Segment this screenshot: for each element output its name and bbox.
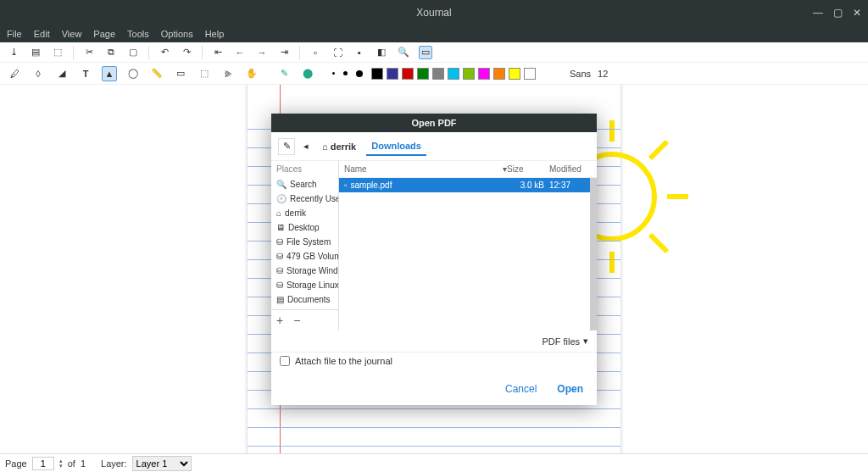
file-filter-combo[interactable]: PDF files▾ (542, 336, 588, 347)
place-479-gb-volume[interactable]: ⛁479 GB Volume (271, 249, 338, 264)
disk-icon: ⛁ (276, 266, 283, 275)
file-list-header: Name▾ Size Modified (339, 161, 597, 178)
place-label: 479 GB Volume (287, 252, 338, 261)
place-search[interactable]: 🔍Search (271, 177, 338, 192)
remove-bookmark-button[interactable]: − (293, 314, 300, 327)
open-button[interactable]: Open (557, 383, 583, 395)
path-back-button[interactable]: ◂ (300, 141, 312, 152)
file-row[interactable]: ▫sample.pdf3.0 kB12:37 (339, 178, 597, 192)
file-icon: ▫ (344, 180, 348, 190)
col-size[interactable]: Size (507, 164, 549, 174)
file-size: 3.0 kB (507, 180, 549, 190)
place-derrik[interactable]: ⌂derrik (271, 206, 338, 220)
scrollbar[interactable] (590, 178, 597, 330)
disk-icon: ⛁ (276, 252, 283, 261)
search-icon: 🔍 (276, 180, 287, 189)
col-modified[interactable]: Modified (549, 164, 592, 174)
home-icon: ⌂ (322, 142, 328, 152)
place-label: derrik (285, 208, 306, 218)
place-label: Storage Windows (287, 266, 338, 275)
file-list: Name▾ Size Modified ▫sample.pdf3.0 kB12:… (339, 161, 597, 330)
open-file-dialog: Open PDF ✎ ◂ ⌂derrik Downloads Places 🔍S… (271, 114, 597, 405)
place-label: Documents (287, 295, 331, 304)
breadcrumb-current[interactable]: Downloads (366, 137, 426, 156)
cancel-button[interactable]: Cancel (505, 383, 537, 395)
place-file-system[interactable]: ⛁File System (271, 235, 338, 249)
place-recently-used[interactable]: 🕘Recently Used (271, 192, 338, 206)
add-bookmark-button[interactable]: + (276, 314, 283, 327)
places-header: Places (271, 161, 338, 177)
path-bar: ✎ ◂ ⌂derrik Downloads (271, 132, 597, 161)
chevron-down-icon: ▾ (583, 336, 588, 347)
disk-icon: ⛁ (276, 237, 283, 247)
desktop-icon: 🖥 (276, 223, 285, 232)
place-label: Recently Used (290, 194, 338, 203)
place-label: Search (290, 180, 317, 189)
disk-icon: ⛁ (276, 280, 283, 290)
attach-file-checkbox[interactable] (280, 356, 290, 366)
dialog-title: Open PDF (271, 114, 597, 132)
place-storage-linux[interactable]: ⛁Storage Linux (271, 278, 338, 292)
place-label: Desktop (288, 223, 320, 232)
attach-file-label: Attach file to the journal (295, 356, 392, 366)
clock-icon: 🕘 (276, 194, 287, 203)
col-name[interactable]: Name (344, 164, 367, 174)
place-documents[interactable]: ▤Documents (271, 292, 338, 307)
place-label: Storage Linux (287, 280, 338, 290)
place-label: File System (287, 237, 331, 247)
edit-path-button[interactable]: ✎ (278, 138, 295, 155)
file-name: sample.pdf (351, 180, 392, 190)
place-desktop[interactable]: 🖥Desktop (271, 220, 338, 235)
places-sidebar: Places 🔍Search🕘Recently Used⌂derrik🖥Desk… (271, 161, 339, 330)
home-icon: ⌂ (276, 208, 281, 218)
file-modified: 12:37 (549, 180, 592, 190)
dialog-backdrop: Open PDF ✎ ◂ ⌂derrik Downloads Places 🔍S… (0, 0, 868, 472)
folder-icon: ▤ (276, 295, 284, 304)
breadcrumb-home[interactable]: ⌂derrik (317, 138, 361, 155)
place-storage-windows[interactable]: ⛁Storage Windows (271, 264, 338, 278)
